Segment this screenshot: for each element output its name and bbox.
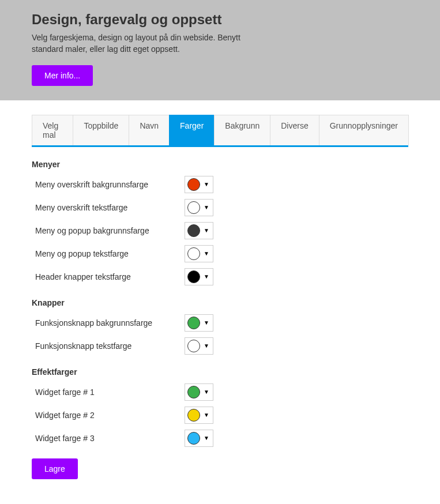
color-picker-funksjonsknapp-tekst[interactable]: ▼ xyxy=(185,337,213,355)
chevron-down-icon: ▼ xyxy=(204,251,209,257)
color-swatch xyxy=(187,224,200,237)
content-area: Velg mal Toppbilde Navn Farger Bakgrunn … xyxy=(0,100,440,497)
color-label: Widget farge # 1 xyxy=(32,388,185,397)
tab-navn[interactable]: Navn xyxy=(129,115,170,145)
color-swatch xyxy=(187,386,200,398)
color-row: Widget farge # 2 ▼ xyxy=(32,407,408,424)
color-row: Meny overskrift tekstfarge ▼ xyxy=(32,199,408,216)
color-picker-header-knapper-tekst[interactable]: ▼ xyxy=(185,268,213,285)
color-swatch xyxy=(187,409,200,422)
page-description: Velg fargeskjema, design og layout på di… xyxy=(32,32,262,55)
tab-grunnopplysninger[interactable]: Grunnopplysninger xyxy=(319,115,409,145)
color-row: Meny og popup bakgrunnsfarge ▼ xyxy=(32,222,408,239)
page-title: Design, fargevalg og oppsett xyxy=(32,12,408,28)
color-swatch xyxy=(187,270,200,283)
chevron-down-icon: ▼ xyxy=(204,412,209,418)
color-row: Funksjonsknapp bakgrunnsfarge ▼ xyxy=(32,314,408,332)
color-row: Header knapper tekstfarge ▼ xyxy=(32,268,408,285)
chevron-down-icon: ▼ xyxy=(204,205,209,210)
color-label: Widget farge # 3 xyxy=(32,434,185,443)
more-info-button[interactable]: Mer info... xyxy=(32,65,93,86)
color-picker-meny-overskrift-tekst[interactable]: ▼ xyxy=(185,199,213,216)
color-picker-meny-overskrift-bg[interactable]: ▼ xyxy=(185,176,213,193)
chevron-down-icon: ▼ xyxy=(204,274,209,280)
color-swatch xyxy=(187,432,200,445)
color-swatch xyxy=(187,340,200,352)
color-picker-widget-2[interactable]: ▼ xyxy=(185,407,213,424)
tab-diverse[interactable]: Diverse xyxy=(270,115,319,145)
color-row: Widget farge # 1 ▼ xyxy=(32,383,408,401)
chevron-down-icon: ▼ xyxy=(204,228,209,234)
section-title-effektfarger: Effektfarger xyxy=(32,367,408,377)
chevron-down-icon: ▼ xyxy=(204,435,209,441)
color-label: Header knapper tekstfarge xyxy=(32,272,185,281)
chevron-down-icon: ▼ xyxy=(204,389,209,395)
color-swatch xyxy=(187,317,200,329)
tabs: Velg mal Toppbilde Navn Farger Bakgrunn … xyxy=(32,115,408,147)
color-picker-widget-1[interactable]: ▼ xyxy=(185,383,213,401)
color-row: Funksjonsknapp tekstfarge ▼ xyxy=(32,337,408,355)
color-label: Meny overskrift tekstfarge xyxy=(32,203,185,212)
tab-toppbilde[interactable]: Toppbilde xyxy=(73,115,129,145)
color-picker-funksjonsknapp-bg[interactable]: ▼ xyxy=(185,314,213,332)
color-row: Meny og popup tekstfarge ▼ xyxy=(32,245,408,262)
section-title-menyer: Menyer xyxy=(32,160,408,169)
color-label: Funksjonsknapp tekstfarge xyxy=(32,341,185,351)
tab-velg-mal[interactable]: Velg mal xyxy=(32,115,73,145)
save-button[interactable]: Lagre xyxy=(32,458,78,479)
color-label: Meny og popup bakgrunnsfarge xyxy=(32,226,185,235)
tab-farger[interactable]: Farger xyxy=(169,115,215,145)
color-row: Widget farge # 3 ▼ xyxy=(32,430,408,447)
color-label: Meny overskrift bakgrunnsfarge xyxy=(32,180,185,189)
color-picker-meny-popup-tekst[interactable]: ▼ xyxy=(185,245,213,262)
color-label: Funksjonsknapp bakgrunnsfarge xyxy=(32,318,185,328)
chevron-down-icon: ▼ xyxy=(204,182,209,187)
page-header: Design, fargevalg og oppsett Velg farges… xyxy=(0,0,440,100)
color-swatch xyxy=(187,247,200,260)
color-swatch xyxy=(187,201,200,214)
color-picker-widget-3[interactable]: ▼ xyxy=(185,430,213,447)
tab-bakgrunn[interactable]: Bakgrunn xyxy=(214,115,270,145)
color-row: Meny overskrift bakgrunnsfarge ▼ xyxy=(32,176,408,193)
section-title-knapper: Knapper xyxy=(32,298,408,307)
color-label: Widget farge # 2 xyxy=(32,411,185,420)
color-swatch xyxy=(187,178,200,191)
chevron-down-icon: ▼ xyxy=(204,320,209,326)
color-picker-meny-popup-bg[interactable]: ▼ xyxy=(185,222,213,239)
color-label: Meny og popup tekstfarge xyxy=(32,249,185,258)
chevron-down-icon: ▼ xyxy=(204,343,209,349)
